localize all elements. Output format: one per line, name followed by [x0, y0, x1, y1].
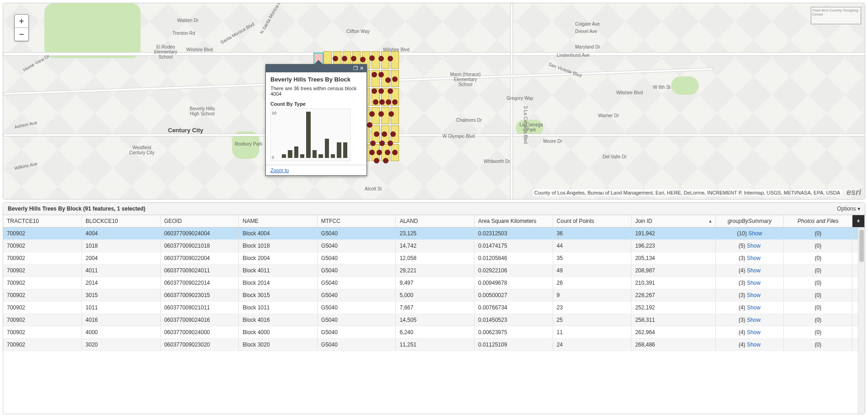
- tree-point[interactable]: [367, 122, 372, 128]
- show-link[interactable]: Show: [747, 304, 760, 311]
- show-link[interactable]: Show: [747, 292, 760, 298]
- tree-point[interactable]: [360, 57, 366, 62]
- chart-bar: [294, 146, 298, 158]
- tree-point[interactable]: [378, 56, 384, 61]
- col-aland[interactable]: ALAND: [396, 215, 474, 227]
- col-tractce10[interactable]: TRACTCE10: [3, 215, 82, 227]
- table-row[interactable]: 7009023020060377009023020Block 3020G5040…: [3, 339, 865, 351]
- table-header-row: TRACTCE10 BLOCKCE10 GEOID NAME MTFCC ALA…: [3, 215, 865, 227]
- table-row[interactable]: 7009023015060377009023015Block 3015G5040…: [3, 289, 865, 302]
- popup-bar-chart: 10 0: [270, 108, 350, 161]
- table-row[interactable]: 7009022014060377009022014Block 2014G5040…: [3, 277, 865, 289]
- popup-zoom-to-link[interactable]: Zoom to: [270, 168, 289, 173]
- table-scroll-thumb[interactable]: [859, 230, 864, 262]
- col-blockce10[interactable]: BLOCKCE10: [82, 215, 161, 227]
- popup-description: There are 36 trees within census block 4…: [270, 86, 362, 97]
- tree-point[interactable]: [392, 76, 398, 82]
- tree-point[interactable]: [369, 55, 375, 61]
- table-row[interactable]: 7009024016060377009024016Block 4016G5040…: [3, 314, 865, 326]
- tree-point[interactable]: [379, 141, 385, 146]
- show-link[interactable]: Show: [747, 317, 760, 323]
- table-row[interactable]: 7009024000060377009024000Block 4000G5040…: [3, 326, 865, 339]
- table-row[interactable]: 7009024004060377009024004Block 4004G5040…: [3, 227, 865, 240]
- road-label: Drexel Ave: [575, 29, 597, 34]
- table-options-button[interactable]: Options: [837, 206, 860, 212]
- place-label: El Rodeo Elementary School: [150, 44, 182, 60]
- zoom-in-button[interactable]: +: [15, 15, 28, 27]
- show-link[interactable]: Show: [747, 255, 760, 261]
- place-label: Beverly Hills High School: [186, 106, 218, 116]
- tree-point[interactable]: [372, 72, 377, 77]
- map-panel[interactable]: Wilshire Blvd Wilshire Blvd Wilshire Blv…: [3, 3, 865, 200]
- chart-bar: [288, 150, 292, 158]
- tree-point[interactable]: [386, 99, 391, 105]
- road-label: Trenton Rd: [173, 31, 195, 36]
- place-label: Roxbury Park: [235, 141, 263, 146]
- tree-point[interactable]: [369, 150, 375, 155]
- col-mtfcc[interactable]: MTFCC: [317, 215, 396, 227]
- tree-point[interactable]: [333, 56, 338, 61]
- tree-point[interactable]: [377, 150, 382, 155]
- col-area-km2[interactable]: Area Square Kilometers: [474, 215, 553, 227]
- tree-point[interactable]: [388, 111, 394, 117]
- tree-point[interactable]: [392, 150, 398, 155]
- chart-bar: [313, 150, 317, 158]
- tree-point[interactable]: [388, 88, 393, 94]
- tree-point[interactable]: [388, 56, 393, 61]
- popup-header: ❐ ✕: [266, 65, 367, 72]
- popup-maximize-icon[interactable]: ❐: [353, 65, 358, 71]
- tree-point[interactable]: [374, 131, 379, 137]
- col-photos[interactable]: Photos and Files: [784, 215, 852, 227]
- tree-point[interactable]: [390, 131, 396, 137]
- show-link[interactable]: Show: [747, 280, 760, 286]
- tree-point[interactable]: [385, 77, 391, 83]
- tree-point[interactable]: [379, 99, 385, 105]
- road-label: Wilshire Blvd: [186, 47, 213, 52]
- tree-point[interactable]: [374, 158, 379, 163]
- road-label: Del Valle Dr: [603, 154, 627, 159]
- tree-point[interactable]: [378, 88, 384, 94]
- tree-point[interactable]: [385, 150, 390, 155]
- table-row[interactable]: 7009021011060377009021011Block 1011G5040…: [3, 302, 865, 314]
- col-join-id[interactable]: Join ID: [631, 215, 716, 227]
- col-count-points[interactable]: Count of Points: [553, 215, 631, 227]
- road-label: Whitworth Dr: [484, 159, 510, 164]
- tree-point[interactable]: [373, 99, 378, 105]
- tree-point[interactable]: [378, 111, 384, 117]
- col-geoid[interactable]: GEOID: [160, 215, 239, 227]
- table-scrollbar[interactable]: [858, 228, 865, 414]
- road: [3, 52, 865, 56]
- show-link[interactable]: Show: [749, 230, 762, 237]
- popup-close-icon[interactable]: ✕: [360, 65, 364, 71]
- overview-map[interactable]: Town And Country Shopping Center: [811, 7, 861, 24]
- tree-point[interactable]: [392, 99, 398, 105]
- col-groupby[interactable]: groupBySummary: [715, 215, 784, 227]
- col-name[interactable]: NAME: [239, 215, 318, 227]
- chart-ytick: 10: [272, 111, 276, 115]
- show-link[interactable]: Show: [747, 329, 760, 336]
- tree-point[interactable]: [351, 56, 356, 61]
- attribute-table[interactable]: TRACTCE10 BLOCKCE10 GEOID NAME MTFCC ALA…: [3, 215, 865, 351]
- zoom-out-button[interactable]: −: [15, 27, 28, 41]
- tree-point[interactable]: [378, 72, 384, 77]
- tree-point[interactable]: [370, 141, 376, 146]
- table-row[interactable]: 7009022004060377009022004Block 2004G5040…: [3, 252, 865, 265]
- table-row[interactable]: 7009021018060377009021018Block 1018G5040…: [3, 240, 865, 252]
- table-row[interactable]: 7009024011060377009024011Block 4011G5040…: [3, 265, 865, 277]
- popup-chart-title: Count By Type: [270, 101, 362, 107]
- chart-bar: [337, 142, 341, 158]
- tree-point[interactable]: [382, 131, 387, 137]
- show-link[interactable]: Show: [747, 341, 760, 348]
- show-link[interactable]: Show: [747, 243, 760, 249]
- feature-popup: ❐ ✕ Beverly Hills Trees By Block There a…: [265, 64, 367, 176]
- tree-point[interactable]: [372, 88, 377, 94]
- tree-point[interactable]: [388, 141, 393, 146]
- tree-point[interactable]: [369, 111, 375, 117]
- tree-point[interactable]: [383, 158, 388, 163]
- show-link[interactable]: Show: [747, 267, 760, 274]
- tree-point[interactable]: [342, 56, 347, 61]
- place-label: Mann (Horace) Elementary School: [447, 72, 484, 87]
- road-label: Gregory Way: [507, 96, 534, 101]
- road: [3, 134, 865, 136]
- col-add-field-button[interactable]: +: [852, 215, 864, 227]
